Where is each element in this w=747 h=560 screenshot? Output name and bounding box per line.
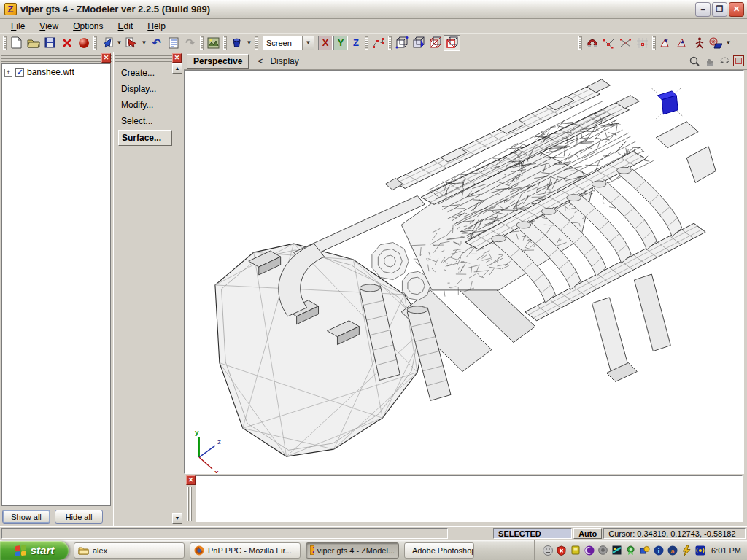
objects-mode-button[interactable] <box>427 35 444 51</box>
edges-mode-button[interactable] <box>393 35 410 51</box>
security-alert-tray-icon[interactable] <box>556 545 567 556</box>
viewport-maximize-button[interactable] <box>733 55 744 66</box>
space-select[interactable]: Screen ▼ <box>263 36 314 50</box>
tree-row-banshee[interactable]: + ✓ banshee.wft <box>4 67 108 77</box>
toolbar-grip[interactable] <box>3 36 7 50</box>
app-dark-tray-icon[interactable] <box>611 545 622 556</box>
toolbar-grip[interactable] <box>365 36 368 50</box>
a-tray-icon[interactable]: a <box>667 545 678 556</box>
show-hidden-button[interactable] <box>674 35 691 51</box>
menu-help[interactable]: Help <box>141 20 172 33</box>
axis-y-toggle[interactable]: Y <box>333 36 348 50</box>
menu-options[interactable]: Options <box>66 20 109 33</box>
viewport-mode-button[interactable]: Perspective <box>187 54 249 69</box>
tool-item-create[interactable]: Create... <box>118 66 172 80</box>
snap-magnet-button[interactable] <box>584 35 600 51</box>
import-dropdown-caret[interactable]: ▼ <box>115 35 123 51</box>
speaker-tray-icon[interactable] <box>694 545 705 556</box>
space-select-arrow[interactable]: ▼ <box>302 36 314 50</box>
tools-scrollbar[interactable]: ▲ ▼ <box>172 63 182 524</box>
close-button[interactable]: ✕ <box>729 2 744 17</box>
undo-button[interactable]: ↶ <box>148 35 165 51</box>
axis-z-toggle[interactable]: Z <box>349 36 363 50</box>
save-button[interactable] <box>42 35 58 51</box>
app-yellow-tray-icon[interactable] <box>570 545 581 556</box>
show-all-button[interactable]: Show all <box>2 510 50 524</box>
menu-view[interactable]: View <box>33 20 65 33</box>
restore-button[interactable]: ❐ <box>712 2 727 17</box>
update-tray-icon[interactable] <box>639 545 650 556</box>
snap-edge-button[interactable] <box>617 35 634 51</box>
scene-panel-close-icon[interactable]: ✕ <box>101 53 111 63</box>
viewport-back-button[interactable]: < <box>258 56 263 66</box>
info-tray-icon[interactable]: i <box>653 545 664 556</box>
badge-green-tray-icon[interactable] <box>625 545 636 556</box>
render-modes-button[interactable] <box>708 35 724 51</box>
messenger-tray-icon[interactable] <box>542 545 553 556</box>
scene-panel-header[interactable]: ✕ <box>1 53 112 63</box>
faces-mode-button[interactable] <box>410 35 427 51</box>
output-panel-grip[interactable] <box>187 487 193 521</box>
task-photoshop[interactable]: Adobe Photoshop <box>404 542 474 559</box>
snap-grid-button[interactable] <box>634 35 651 51</box>
tool-item-display[interactable]: Display... <box>118 82 172 96</box>
delete-button[interactable] <box>58 35 75 51</box>
uv-mapper-button[interactable] <box>228 35 245 51</box>
toolbar-grip[interactable] <box>200 36 204 50</box>
status-auto-button[interactable]: Auto <box>573 528 602 539</box>
tool-item-select[interactable]: Select... <box>118 114 172 128</box>
output-panel-close-icon[interactable]: ✕ <box>186 475 196 485</box>
tree-checkbox[interactable]: ✓ <box>15 68 24 77</box>
output-text-area[interactable] <box>196 475 743 522</box>
uv-mapper-dropdown-caret[interactable]: ▼ <box>245 35 253 51</box>
scroll-down-button[interactable]: ▼ <box>172 513 182 524</box>
toolbar-grip[interactable] <box>652 36 656 50</box>
hide-all-button[interactable]: Hide all <box>55 510 103 524</box>
tree-expand-icon[interactable]: + <box>4 69 12 77</box>
material-button[interactable] <box>75 35 92 51</box>
task-zmodeler[interactable]: Z viper gts 4 - ZModel... <box>306 542 399 559</box>
export-button[interactable] <box>123 35 140 51</box>
selected-mode-button[interactable] <box>444 35 460 51</box>
open-file-button[interactable] <box>25 35 42 51</box>
toolbar-grip[interactable] <box>223 36 227 50</box>
delete-x-icon <box>62 38 72 48</box>
volume-tray-icon[interactable] <box>597 545 608 556</box>
new-file-button[interactable] <box>8 35 25 51</box>
notes-button[interactable] <box>165 35 182 51</box>
app-purple-tray-icon[interactable] <box>584 545 595 556</box>
tools-panel-header[interactable]: ✕ <box>115 53 182 63</box>
toolbar-grip[interactable] <box>255 36 258 50</box>
tool-item-modify[interactable]: Modify... <box>118 98 172 112</box>
start-button[interactable]: start <box>0 541 69 560</box>
status-mode-toggle[interactable]: SELECTED MODE <box>493 528 572 539</box>
lightning-tray-icon[interactable] <box>681 545 692 556</box>
space-select-value[interactable]: Screen <box>263 36 302 50</box>
viewport-canvas[interactable]: yzx <box>184 70 744 474</box>
snap-vertex-button[interactable] <box>600 35 617 51</box>
menu-edit[interactable]: Edit <box>112 20 140 33</box>
tools-panel-close-icon[interactable]: ✕ <box>172 53 182 63</box>
pan-tool-button[interactable] <box>703 55 716 68</box>
orbit-tool-button[interactable] <box>718 55 732 68</box>
task-alex[interactable]: alex <box>74 542 185 559</box>
export-dropdown-caret[interactable]: ▼ <box>140 35 148 51</box>
task-firefox[interactable]: PnP PPC - Mozilla Fir... <box>190 542 301 559</box>
zoom-tool-button[interactable] <box>687 55 701 68</box>
render-modes-caret[interactable]: ▼ <box>724 35 732 51</box>
tree-item-label[interactable]: banshee.wft <box>27 67 74 77</box>
axis-x-toggle[interactable]: X <box>318 36 333 50</box>
tool-item-surface[interactable]: Surface... <box>118 130 172 146</box>
texture-browser-button[interactable] <box>205 35 222 51</box>
minimize-button[interactable]: – <box>695 2 711 17</box>
toolbar-grip[interactable] <box>578 36 582 50</box>
zmodeler-icon: Z <box>310 545 314 555</box>
scroll-up-button[interactable]: ▲ <box>172 63 182 74</box>
toolbar-grip[interactable] <box>388 36 392 50</box>
vertex-mode-button[interactable] <box>370 35 387 51</box>
animation-button[interactable] <box>691 35 708 51</box>
menu-file[interactable]: File <box>4 20 31 33</box>
import-button[interactable] <box>98 35 115 51</box>
hide-selected-button[interactable] <box>657 35 674 51</box>
toolbar-grip[interactable] <box>93 36 97 50</box>
